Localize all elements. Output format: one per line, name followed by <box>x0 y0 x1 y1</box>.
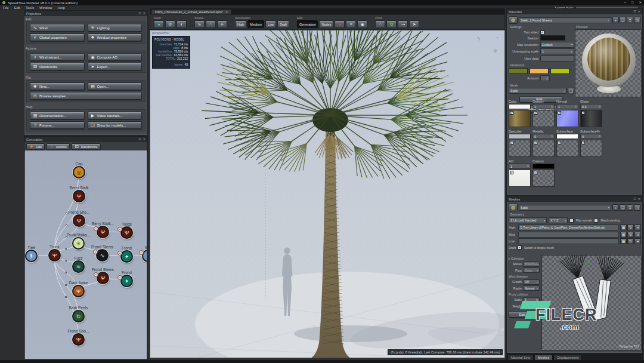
match-winding-checkbox[interactable] <box>594 219 598 223</box>
texture-thumbnail[interactable]: ✓ <box>532 170 555 187</box>
graph-node-fuzz[interactable]: ≋Fuzz <box>72 260 85 273</box>
duplicate-material-icon[interactable]: ❏ <box>620 17 626 23</box>
subsurface%-control[interactable]: 0⇅ <box>580 134 602 139</box>
link-connector[interactable] <box>66 224 67 226</box>
export-material-icon[interactable]: ↥ <box>627 17 633 23</box>
pin-icon[interactable]: ⊡ <box>634 9 636 14</box>
pivot-select[interactable]: Origin▾ <box>523 267 540 273</box>
close-tab-icon[interactable]: ✕ <box>225 10 228 14</box>
menu-item-tools[interactable]: Tools <box>26 6 34 10</box>
metallic-control[interactable]: 0⇅ <box>532 134 555 139</box>
node-badge-icon[interactable]: • <box>117 251 122 256</box>
node-badge-icon[interactable]: • <box>117 275 122 280</box>
spines-select[interactable]: Branches▾ <box>523 262 540 267</box>
maximize-button[interactable]: □ <box>631 0 633 5</box>
graph-node-trunk[interactable]: ΨTrunk <box>48 249 61 262</box>
axes-select[interactable]: X Y Z▾ <box>549 217 568 223</box>
light-angle-icon[interactable]: ◐ <box>177 20 187 28</box>
variation-swatch-0[interactable] <box>509 68 528 74</box>
leaf-icon[interactable]: ✿ <box>386 20 397 28</box>
slot-checkbox[interactable]: ✓ <box>510 171 513 174</box>
link-connector[interactable] <box>66 213 67 214</box>
scatter-icon[interactable]: ∴ <box>206 20 216 28</box>
curve-arrow-icon[interactable]: ↝ <box>398 20 408 28</box>
graph-node-berry-stalk[interactable]: ΨBerry Stalk <box>73 190 85 202</box>
graph-node-tree[interactable]: ↟Tree <box>25 250 38 262</box>
reload-mesh-icon[interactable]: ↻ <box>627 224 634 230</box>
texture-thumbnail[interactable]: ✓ <box>532 140 555 157</box>
close-panel-icon[interactable]: ✕ <box>143 11 145 16</box>
slot-checkbox[interactable]: ✓ <box>558 141 561 144</box>
reload-mesh-icon[interactable]: ↻ <box>627 238 634 244</box>
graph-node-twigs[interactable]: ΨTwigs• <box>120 226 133 239</box>
node-badge-icon[interactable]: • <box>94 272 98 277</box>
material-preview-sphere[interactable] <box>575 29 642 97</box>
shop-for-models-button[interactable]: ❑Shop for models... <box>88 121 143 129</box>
scatter-post-icon[interactable]: ∴ <box>375 20 385 28</box>
sliders-icon[interactable]: ≡ <box>346 20 356 28</box>
edit-nodes-button[interactable]: Nodes <box>319 20 333 28</box>
detach-mesh-icon[interactable]: ◳ <box>634 204 640 211</box>
menu-item-file[interactable]: File <box>3 6 9 10</box>
wind-button[interactable]: ∿Wind <box>30 24 85 32</box>
graph-node-trunkstalks-[interactable]: ✳TrunkStalks... <box>72 237 85 250</box>
edit-generators-button[interactable]: Generators <box>297 20 318 28</box>
ripple-select[interactable]: Normal▾ <box>523 285 540 291</box>
material-ball-icon[interactable]: ● <box>335 20 345 28</box>
texture-thumbnail[interactable]: ✓ <box>556 110 578 127</box>
slot-checkbox[interactable]: ✓ <box>581 111 585 115</box>
close-panel-icon[interactable]: ✕ <box>638 196 640 202</box>
graph-node-b-[interactable]: ✦B...• <box>142 250 147 262</box>
variation-swatch-2[interactable] <box>550 68 569 74</box>
unwrapping-scale-stepper[interactable]: 1⇅ <box>540 48 574 54</box>
camera-view-icon[interactable]: ● <box>154 20 164 28</box>
ao-control[interactable]: 1⇅ <box>509 164 531 169</box>
randomize-graph-button[interactable]: ⚄Randomize <box>72 143 101 150</box>
texture-thumbnail[interactable]: ✓ <box>509 170 531 187</box>
menu-item-window[interactable]: Window <box>39 6 52 10</box>
material-select[interactable]: Stalk_2 Frond Sheets ▾ <box>519 17 611 23</box>
lod-path-input[interactable]: C:/Tree Library v9/Palms_&_Cacti/Palm_Ch… <box>518 224 619 230</box>
orbit-icon[interactable]: ⟳ <box>165 20 175 28</box>
mesh-select[interactable]: Stalk▾ <box>509 88 566 94</box>
growth-select[interactable]: Off▾ <box>523 279 540 285</box>
opacity-control[interactable]: 1⇅ <box>532 104 555 109</box>
two-sided-checkbox[interactable]: ✓ <box>540 30 544 35</box>
node-badge-icon[interactable]: • <box>94 226 98 231</box>
window-properties-button[interactable]: ❖Window properties <box>88 33 143 41</box>
texture-thumbnail[interactable]: ✓ <box>580 110 602 127</box>
export-button[interactable]: ➤Export... <box>88 63 143 70</box>
render-sphere-icon[interactable]: ◉ <box>357 20 367 28</box>
pin-icon[interactable]: ⊡ <box>139 137 141 142</box>
duplicate-mesh-icon[interactable]: ❏ <box>620 204 626 211</box>
close-panel-icon[interactable]: ✕ <box>638 9 640 14</box>
slot-checkbox[interactable]: ✓ <box>534 141 537 144</box>
mesh-preview-icon[interactable]: ◍ <box>509 204 518 211</box>
camera-home-icon[interactable]: ◔ <box>496 35 499 41</box>
normal-control[interactable]: 1⇅ <box>556 104 578 109</box>
pin-icon[interactable]: ⊡ <box>634 196 636 202</box>
compass-icon[interactable]: ↰ <box>476 36 481 42</box>
variation-swatch-1[interactable] <box>530 68 549 74</box>
amount-stepper[interactable]: ⇅ <box>540 75 550 81</box>
node-badge-icon[interactable]: • <box>93 250 98 254</box>
texture-thumbnail[interactable]: ✓ <box>509 140 531 157</box>
resolution-high-button[interactable]: High <box>235 20 246 28</box>
graph-node-frond[interactable]: ✦Frond• <box>120 275 133 287</box>
node-graph[interactable]: ◎CapΨBerry StalkΨFrond Sho...ΨBerry Stal… <box>25 150 147 359</box>
wind-wizard-button[interactable]: ✧Wind wizard... <box>30 53 85 61</box>
resolution-low-button[interactable]: Low <box>265 20 276 28</box>
browse-samples-button[interactable]: ⊙Browse samples... <box>30 92 142 100</box>
pin-icon[interactable]: ⊡ <box>139 11 141 16</box>
clear-mesh-icon[interactable]: ◂ <box>634 232 641 238</box>
link-connector[interactable] <box>65 248 67 250</box>
add-node-button[interactable]: ✚Add <box>26 143 45 150</box>
slot-checkbox[interactable]: ✓ <box>534 171 537 174</box>
axis-gizmo-icon[interactable]: ✣ <box>493 48 497 54</box>
color-control[interactable] <box>509 104 531 109</box>
mesh-link-icon[interactable]: ❏ <box>568 88 574 94</box>
export-mesh-icon[interactable]: ↥ <box>627 204 633 211</box>
graph-node-frond-stems[interactable]: ∿Frond Stems• <box>96 249 109 262</box>
mesh-name-select[interactable]: Stalk ▾ <box>519 205 611 211</box>
browse-mesh-icon[interactable]: ▦ <box>620 224 627 230</box>
